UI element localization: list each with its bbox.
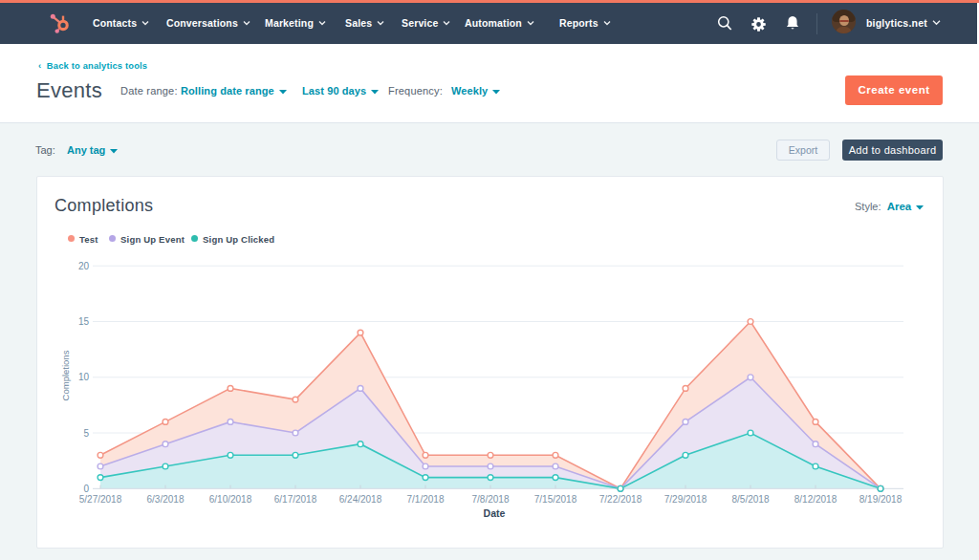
svg-text:5/27/2018: 5/27/2018 xyxy=(79,494,122,505)
svg-text:8/19/2018: 8/19/2018 xyxy=(859,494,903,505)
svg-text:7/15/2018: 7/15/2018 xyxy=(534,494,577,505)
svg-text:Completions: Completions xyxy=(60,350,71,400)
svg-text:20: 20 xyxy=(78,261,90,271)
svg-text:6/24/2018: 6/24/2018 xyxy=(339,494,382,505)
svg-text:6/17/2018: 6/17/2018 xyxy=(274,494,317,505)
svg-text:10: 10 xyxy=(78,372,90,382)
svg-text:Date: Date xyxy=(484,507,506,519)
svg-text:7/29/2018: 7/29/2018 xyxy=(664,494,707,505)
svg-text:7/1/2018: 7/1/2018 xyxy=(407,494,445,505)
svg-text:6/10/2018: 6/10/2018 xyxy=(209,494,252,505)
svg-text:8/5/2018: 8/5/2018 xyxy=(732,494,770,505)
svg-text:7/8/2018: 7/8/2018 xyxy=(472,494,510,505)
svg-text:5: 5 xyxy=(83,428,89,439)
svg-text:7/22/2018: 7/22/2018 xyxy=(599,494,642,505)
svg-text:8/12/2018: 8/12/2018 xyxy=(794,494,838,505)
svg-text:6/3/2018: 6/3/2018 xyxy=(147,494,185,505)
svg-text:0: 0 xyxy=(83,484,89,494)
svg-text:15: 15 xyxy=(78,316,90,327)
